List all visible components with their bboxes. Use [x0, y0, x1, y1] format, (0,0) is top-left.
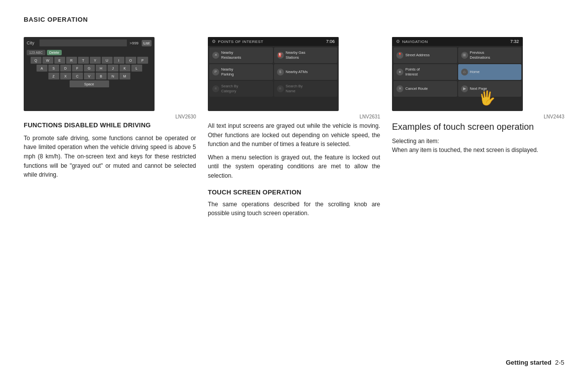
footer-label: Getting started — [506, 359, 551, 366]
screen2-name-icon: ≡ — [277, 85, 284, 92]
key-d[interactable]: D — [60, 65, 71, 72]
screen3-grid: 📍 Street Address ⊞ PreviousDestinations … — [392, 46, 523, 98]
key-b[interactable]: B — [96, 73, 107, 79]
screen3-destinations-icon: ⊞ — [461, 52, 468, 59]
keyboard-row-3: Z X C V B N M — [24, 72, 155, 80]
screen2-restaurant-icon: ✕ — [212, 52, 219, 59]
key-u[interactable]: U — [102, 57, 113, 64]
screenshot-3-container: ⚙ NAVIGATION 7:32 📍 Street Address ⊞ Pre… — [392, 37, 564, 111]
screen1-count: >999 — [130, 41, 139, 45]
col1-title: FUNCTIONS DISABLED WHILE DRIVING — [24, 121, 196, 130]
screen2-atm-icon: $ — [277, 69, 284, 76]
footer-page: 2-5 — [555, 359, 564, 366]
key-a[interactable]: A — [37, 65, 47, 72]
screen3-item-home[interactable]: ⌂ Home — [458, 64, 522, 80]
key-h[interactable]: H — [96, 65, 107, 72]
screen2-grid: ✕ NearbyRestaurants ⛽ Nearby GasStations… — [208, 46, 339, 98]
screen1-mode-btn[interactable]: 123 ABC — [27, 50, 45, 55]
keyboard-row-4: Space — [24, 80, 155, 88]
screen1: City >999 List 123 ABC Delete Q W E — [24, 37, 155, 111]
col3-title: Examples of touch screen operation — [392, 121, 564, 133]
screen2-item-parking[interactable]: P NearbyParking — [209, 64, 273, 80]
screen2-item-name: ≡ Search ByName — [274, 81, 338, 97]
keyboard-row-1: Q W E R T Y U I O P — [24, 56, 155, 64]
screen3-item-poi[interactable]: ● Points ofInterest — [393, 64, 457, 80]
screen2-title: ⚙ POINTS OF INTEREST — [212, 39, 264, 44]
screen3-item-destinations[interactable]: ⊞ PreviousDestinations — [458, 47, 522, 63]
key-x[interactable]: X — [60, 73, 71, 79]
key-t[interactable]: T — [78, 57, 89, 64]
key-space[interactable]: Space — [70, 80, 109, 87]
screen3-street-icon: 📍 — [396, 52, 403, 59]
screen3-item-street[interactable]: 📍 Street Address — [393, 47, 457, 63]
keyboard-row-2: A S D F G H J K L — [24, 64, 155, 72]
column-1: City >999 List 123 ABC Delete Q W E — [24, 37, 208, 218]
screen3-item-cancel[interactable]: ✕ Cancel Route — [393, 81, 457, 97]
key-p[interactable]: P — [137, 57, 148, 64]
key-z[interactable]: Z — [48, 73, 59, 79]
col2-text1: All text input screens are grayed out wh… — [208, 121, 380, 149]
screen2-gas-icon: ⛽ — [277, 52, 284, 59]
key-j[interactable]: J — [108, 65, 118, 72]
screen3-item-nextpage[interactable]: ▶ Next Page — [458, 81, 522, 97]
column-3: ⚙ NAVIGATION 7:32 📍 Street Address ⊞ Pre… — [392, 37, 564, 218]
key-y[interactable]: Y — [90, 57, 101, 64]
key-s[interactable]: S — [48, 65, 59, 72]
col2-subtitle: TOUCH SCREEN OPERATION — [208, 189, 380, 196]
key-l[interactable]: L — [131, 65, 142, 72]
screen3-cancel-icon: ✕ — [396, 85, 403, 92]
col2-text2: When a menu selection is grayed out, the… — [208, 153, 380, 181]
col1-text: To promote safe driving, some functions … — [24, 134, 196, 180]
screen3-home-icon: ⌂ — [461, 69, 468, 76]
key-i[interactable]: I — [114, 57, 124, 64]
screen1-input — [39, 39, 127, 46]
screen3-nextpage-icon: ▶ — [461, 85, 468, 92]
screen2: ⚙ POINTS OF INTEREST 7:06 ✕ NearbyRestau… — [208, 37, 339, 111]
screen2-item-restaurants[interactable]: ✕ NearbyRestaurants — [209, 47, 273, 63]
screenshot-1-container: City >999 List 123 ABC Delete Q W E — [24, 37, 196, 111]
section-header: BASIC OPERATION — [24, 16, 564, 23]
screen1-list-btn[interactable]: List — [142, 40, 152, 46]
screen2-time: 7:06 — [326, 39, 335, 44]
screen3-time: 7:32 — [510, 39, 519, 44]
key-o[interactable]: O — [125, 57, 136, 64]
page-footer: Getting started 2-5 — [506, 359, 565, 366]
key-q[interactable]: Q — [31, 57, 41, 64]
key-w[interactable]: W — [42, 57, 53, 64]
col3-text1: Selecting an item: — [392, 137, 564, 146]
col3-text2: When any item is touched, the next scree… — [392, 146, 564, 155]
screen2-item-gas[interactable]: ⛽ Nearby GasStations — [274, 47, 338, 63]
key-k[interactable]: K — [119, 65, 130, 72]
key-n[interactable]: N — [108, 73, 118, 79]
screen1-city-label: City — [27, 40, 38, 45]
key-v[interactable]: V — [84, 73, 95, 79]
screenshot-2-container: ⚙ POINTS OF INTEREST 7:06 ✕ NearbyRestau… — [208, 37, 380, 111]
screen2-item-atm[interactable]: $ Nearby ATMs — [274, 64, 338, 80]
fig-label-1: LNV2630 — [24, 114, 196, 119]
screen3-gear-icon: ⚙ — [396, 39, 400, 44]
fig-label-2: LNV2631 — [208, 114, 380, 119]
col2-text3: The same operations described for the sc… — [208, 200, 380, 218]
key-r[interactable]: R — [66, 57, 77, 64]
screen2-gear-icon: ⚙ — [212, 39, 216, 44]
screen2-item-category: ≡ Search ByCategory — [209, 81, 273, 97]
key-e[interactable]: E — [54, 57, 65, 64]
fig-label-3: LNV2443 — [392, 114, 564, 119]
key-f[interactable]: F — [72, 65, 83, 72]
screen3-poi-icon: ● — [396, 69, 403, 76]
screen3-title: ⚙ NAVIGATION — [396, 39, 428, 44]
screen1-delete-btn[interactable]: Delete — [47, 50, 62, 55]
key-c[interactable]: C — [72, 73, 83, 79]
screen2-category-icon: ≡ — [212, 85, 219, 92]
key-g[interactable]: G — [84, 65, 95, 72]
screen2-parking-icon: P — [212, 69, 219, 76]
key-m[interactable]: M — [119, 73, 130, 79]
screen3: ⚙ NAVIGATION 7:32 📍 Street Address ⊞ Pre… — [392, 37, 523, 111]
column-2: ⚙ POINTS OF INTEREST 7:06 ✕ NearbyRestau… — [208, 37, 392, 218]
